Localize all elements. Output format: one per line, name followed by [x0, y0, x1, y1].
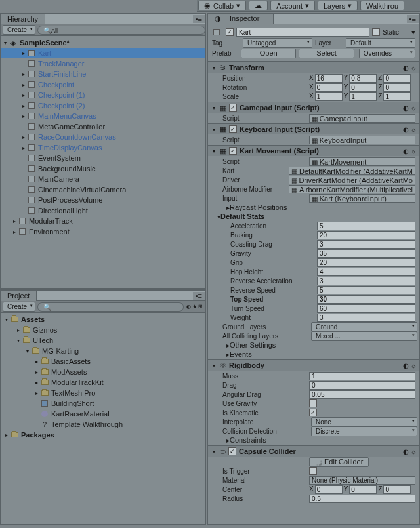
packages-folder[interactable]: ▸ Packages	[1, 430, 205, 440]
colliding-layers-dropdown[interactable]: Mixed ...	[311, 331, 417, 341]
stat-input[interactable]	[317, 277, 415, 285]
rot-y-input[interactable]	[349, 83, 377, 92]
project-item[interactable]: ▸Gizmos	[1, 325, 205, 335]
stat-input[interactable]	[317, 240, 415, 249]
stat-input[interactable]	[317, 222, 415, 230]
project-item[interactable]: ▾UTech	[1, 335, 205, 346]
inspector-tab[interactable]: ◑ Inspector▪≡	[208, 14, 419, 24]
project-item[interactable]: KartRacerMaterial	[1, 409, 205, 419]
expand-icon[interactable]: ▸	[20, 92, 27, 98]
hierarchy-item[interactable]: ▸Checkpoint (2)	[1, 100, 205, 111]
gear-icon[interactable]: ◐ ☼	[403, 448, 417, 455]
pos-x-input[interactable]	[315, 74, 343, 83]
gear-icon[interactable]: ◐ ☼	[403, 362, 417, 369]
tag-dropdown[interactable]: Untagged	[243, 38, 312, 48]
hierarchy-item[interactable]: ▸Kart	[1, 48, 205, 58]
rb-input[interactable]	[309, 372, 415, 380]
component-enabled-checkbox[interactable]: ✓	[229, 147, 237, 155]
expand-icon[interactable]: ▸	[20, 71, 27, 77]
cloud-button[interactable]: ☁	[249, 1, 268, 10]
ground-layers-dropdown[interactable]: Ground	[311, 322, 417, 332]
layer-dropdown[interactable]: Default	[346, 38, 415, 48]
component-enabled-checkbox[interactable]: ✓	[229, 125, 237, 133]
center-y-input[interactable]	[349, 485, 377, 494]
hierarchy-search-input[interactable]: 🔍All	[37, 26, 205, 35]
project-item[interactable]: ▸BasicAssets	[1, 356, 205, 367]
project-item[interactable]: ▸ModularTrackKit	[1, 377, 205, 388]
scale-z-input[interactable]	[383, 92, 411, 101]
hierarchy-item[interactable]: ▸Checkpoint (1)	[1, 90, 205, 100]
scale-y-input[interactable]	[349, 92, 377, 101]
walkthrough-button[interactable]: Walkthrou	[360, 1, 404, 10]
active-checkbox[interactable]: ✓	[226, 28, 234, 36]
hierarchy-item[interactable]: ▸Environment	[1, 226, 205, 237]
airborne-field[interactable]: ▦ AirborneKartModifier (Multiplicativel	[289, 185, 415, 193]
collision-dropdown[interactable]: Discrete	[311, 426, 417, 436]
hierarchy-item[interactable]: CinemachineVirtualCamera	[1, 184, 205, 195]
stat-input[interactable]	[317, 286, 415, 294]
stat-input[interactable]	[317, 295, 415, 304]
hierarchy-item[interactable]: BackgroundMusic	[1, 163, 205, 174]
interpolate-dropdown[interactable]: None	[311, 417, 417, 427]
hierarchy-create-button[interactable]: Create	[3, 25, 35, 35]
component-enabled-checkbox[interactable]: ✓	[228, 447, 236, 455]
help-icon[interactable]: ◐ ☼	[403, 64, 417, 71]
center-z-input[interactable]	[383, 485, 411, 494]
edit-collider-button[interactable]: ⬚ Edit Collider	[309, 457, 369, 467]
events-foldout[interactable]: ▸ Events	[208, 350, 419, 359]
hierarchy-item[interactable]: TrackManager	[1, 58, 205, 69]
hierarchy-item[interactable]: MetaGameController	[1, 121, 205, 132]
stat-input[interactable]	[317, 258, 415, 267]
input-field[interactable]: ▦ Kart (KeyboardInput)	[309, 194, 415, 203]
physic-material-field[interactable]: None (Physic Material)	[309, 476, 415, 485]
static-checkbox[interactable]	[372, 28, 380, 36]
stat-input[interactable]	[317, 249, 415, 258]
expand-icon[interactable]: ▸	[11, 218, 18, 224]
other-settings-foldout[interactable]: ▸ Other Settings	[208, 340, 419, 350]
hierarchy-item[interactable]: PostProcessVolume	[1, 195, 205, 205]
project-tab[interactable]: Project▪≡	[1, 291, 205, 301]
collab-button[interactable]: ◉ Collab ▾	[198, 1, 246, 10]
component-enabled-checkbox[interactable]: ✓	[229, 104, 237, 112]
hierarchy-item[interactable]: MainCamera	[1, 174, 205, 184]
project-item[interactable]: ▸TextMesh Pro	[1, 388, 205, 398]
rot-x-input[interactable]	[315, 83, 343, 92]
hierarchy-tab[interactable]: Hierarchy▪≡	[1, 14, 205, 24]
is-trigger-checkbox[interactable]	[309, 467, 317, 475]
hierarchy-item[interactable]: ▸StartFinishLine	[1, 69, 205, 79]
expand-icon[interactable]: ▸	[20, 134, 27, 140]
hierarchy-item[interactable]: ▸ModularTrack	[1, 216, 205, 226]
assets-folder[interactable]: ▾ Assets	[1, 314, 205, 325]
rot-z-input[interactable]	[383, 83, 411, 92]
center-x-input[interactable]	[315, 485, 343, 494]
gameobject-name-input[interactable]	[236, 28, 369, 37]
expand-icon[interactable]: ▸	[20, 51, 27, 56]
defaultstats-foldout[interactable]: ▾ Default Stats	[208, 212, 419, 221]
panel-menu-icon[interactable]: ▪≡	[193, 292, 205, 300]
gear-icon[interactable]: ◐ ☼	[403, 148, 417, 155]
project-item[interactable]: BuildingShort	[1, 398, 205, 409]
prefab-open-button[interactable]: Open	[241, 49, 296, 58]
expand-icon[interactable]: ▸	[20, 82, 27, 88]
kart-field[interactable]: ▦ DefaultKartModifier (AddativeKartM	[289, 167, 415, 175]
rb-input[interactable]	[309, 381, 415, 390]
radius-input[interactable]	[309, 495, 415, 503]
scene-root[interactable]: ▾ ◈ SampleScene*	[1, 37, 205, 48]
expand-icon[interactable]: ▸	[11, 229, 18, 235]
rb-input[interactable]	[309, 390, 415, 399]
project-item[interactable]: ▸ModAssets	[1, 367, 205, 377]
expand-icon[interactable]: ▸	[20, 103, 27, 109]
project-item[interactable]: ▾MG-Karting	[1, 346, 205, 356]
stat-input[interactable]	[317, 314, 415, 322]
is-kinematic-checkbox[interactable]: ✓	[309, 409, 317, 416]
panel-menu-icon[interactable]: ▪≡	[407, 15, 419, 23]
hierarchy-item[interactable]: ▸Checkpoint	[1, 79, 205, 90]
hierarchy-item[interactable]: ▸TimeDisplayCanvas	[1, 142, 205, 153]
stat-input[interactable]	[317, 231, 415, 239]
hierarchy-item[interactable]: EventSystem	[1, 153, 205, 163]
gear-icon[interactable]: ◐ ☼	[403, 104, 417, 112]
constraints-foldout[interactable]: ▸ Constraints	[208, 436, 419, 445]
use-gravity-checkbox[interactable]	[309, 399, 317, 407]
panel-menu-icon[interactable]: ▪≡	[193, 15, 205, 23]
scale-x-input[interactable]	[315, 92, 343, 101]
